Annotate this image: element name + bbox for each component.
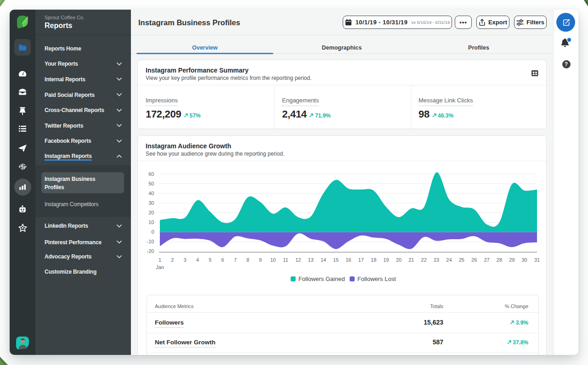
svg-text:4: 4 bbox=[196, 257, 199, 263]
svg-text:Followers Lost: Followers Lost bbox=[357, 275, 396, 282]
svg-text:10: 10 bbox=[270, 257, 276, 263]
svg-text:25: 25 bbox=[459, 257, 464, 263]
svg-text:6: 6 bbox=[221, 257, 224, 263]
svg-text:1: 1 bbox=[158, 257, 161, 263]
svg-text:22: 22 bbox=[421, 257, 427, 263]
svg-text:14: 14 bbox=[321, 257, 326, 263]
svg-text:60: 60 bbox=[148, 171, 154, 177]
svg-text:0: 0 bbox=[151, 229, 154, 235]
svg-text:20: 20 bbox=[396, 257, 401, 263]
svg-text:15: 15 bbox=[333, 257, 339, 263]
svg-text:16: 16 bbox=[345, 257, 351, 263]
svg-text:31: 31 bbox=[534, 257, 540, 263]
svg-text:21: 21 bbox=[408, 257, 414, 263]
svg-text:3: 3 bbox=[184, 257, 187, 263]
svg-text:Jan: Jan bbox=[156, 264, 164, 270]
svg-text:5: 5 bbox=[209, 257, 211, 263]
svg-text:8: 8 bbox=[247, 257, 249, 263]
svg-text:-10: -10 bbox=[147, 239, 154, 244]
svg-text:9: 9 bbox=[259, 257, 262, 263]
svg-text:30: 30 bbox=[148, 200, 154, 206]
svg-text:-20: -20 bbox=[147, 248, 154, 254]
svg-text:40: 40 bbox=[148, 191, 154, 196]
svg-text:28: 28 bbox=[497, 257, 502, 263]
svg-text:30: 30 bbox=[521, 257, 527, 263]
svg-text:29: 29 bbox=[509, 257, 514, 263]
svg-text:Followers Gained: Followers Gained bbox=[299, 275, 345, 282]
svg-text:26: 26 bbox=[471, 257, 477, 263]
svg-text:50: 50 bbox=[148, 181, 154, 186]
svg-text:13: 13 bbox=[308, 257, 313, 263]
svg-text:10: 10 bbox=[148, 219, 154, 225]
svg-text:11: 11 bbox=[283, 257, 288, 263]
svg-text:12: 12 bbox=[295, 257, 301, 263]
svg-text:27: 27 bbox=[484, 257, 489, 263]
svg-text:7: 7 bbox=[234, 257, 237, 263]
svg-text:2: 2 bbox=[171, 257, 174, 263]
svg-text:19: 19 bbox=[383, 257, 389, 263]
svg-text:24: 24 bbox=[446, 257, 452, 263]
svg-text:23: 23 bbox=[434, 257, 439, 263]
svg-text:17: 17 bbox=[358, 257, 364, 263]
svg-text:20: 20 bbox=[148, 210, 154, 215]
svg-text:18: 18 bbox=[371, 257, 376, 263]
